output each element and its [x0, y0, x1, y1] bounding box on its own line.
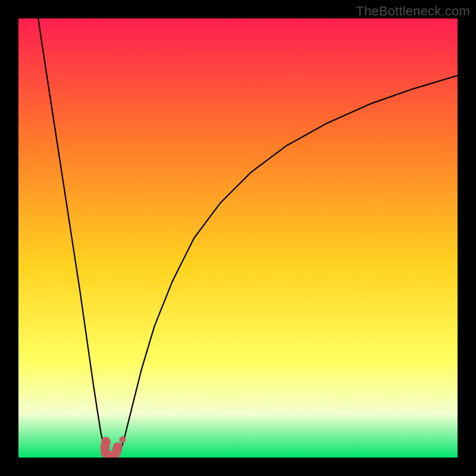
watermark-text: TheBottleneck.com — [356, 4, 470, 19]
marker-dot — [119, 436, 126, 443]
chart-svg — [18, 18, 458, 458]
gradient-background — [18, 18, 458, 458]
plot-area — [18, 18, 458, 458]
chart-stage: TheBottleneck.com — [0, 0, 476, 476]
marker-dot — [113, 442, 123, 452]
